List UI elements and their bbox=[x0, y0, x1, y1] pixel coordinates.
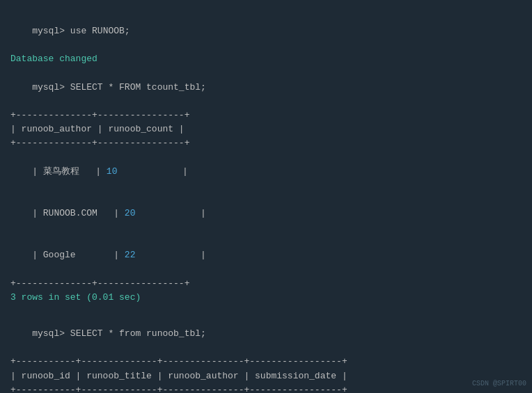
use-cmd: use RUNOOB; bbox=[70, 26, 130, 36]
spacer bbox=[10, 305, 522, 313]
prompt: mysql> bbox=[32, 26, 70, 36]
header2: | runoob_id | runoob_title | runoob_auth… bbox=[10, 369, 522, 383]
prompt3: mysql> bbox=[32, 328, 70, 339]
row-runoobcom: | RUNOOB.COM | 20 | bbox=[10, 193, 522, 234]
select1-cmd: SELECT * FROM tcount_tbl; bbox=[70, 82, 206, 93]
terminal: mysql> use RUNOOB; Database changed mysq… bbox=[10, 7, 522, 393]
line-select2-cmd: mysql> SELECT * from runoob_tbl; bbox=[10, 313, 522, 355]
row-google: | Google | 22 | bbox=[10, 234, 522, 276]
db-changed-msg: Database changed bbox=[10, 52, 522, 66]
border2-mid: +-----------+--------------+------------… bbox=[10, 383, 522, 393]
border2-top: +-----------+--------------+------------… bbox=[10, 355, 522, 369]
border1-top: +--------------+----------------+ bbox=[10, 109, 522, 122]
row-caoniaojiaocheng: | 菜鸟教程 | 10 | bbox=[10, 150, 522, 192]
header1: | runoob_author | runoob_count | bbox=[10, 122, 522, 136]
line-use-cmd: mysql> use RUNOOB; bbox=[10, 10, 522, 52]
prompt2: mysql> bbox=[32, 82, 70, 93]
border1-mid: +--------------+----------------+ bbox=[10, 136, 522, 150]
result1: 3 rows in set (0.01 sec) bbox=[10, 291, 522, 305]
watermark: CSDN @SPIRT00 bbox=[472, 380, 526, 387]
line-select1-cmd: mysql> SELECT * FROM tcount_tbl; bbox=[10, 67, 522, 109]
select2-cmd: SELECT * from runoob_tbl; bbox=[70, 328, 206, 339]
border1-bot: +--------------+----------------+ bbox=[10, 277, 522, 291]
